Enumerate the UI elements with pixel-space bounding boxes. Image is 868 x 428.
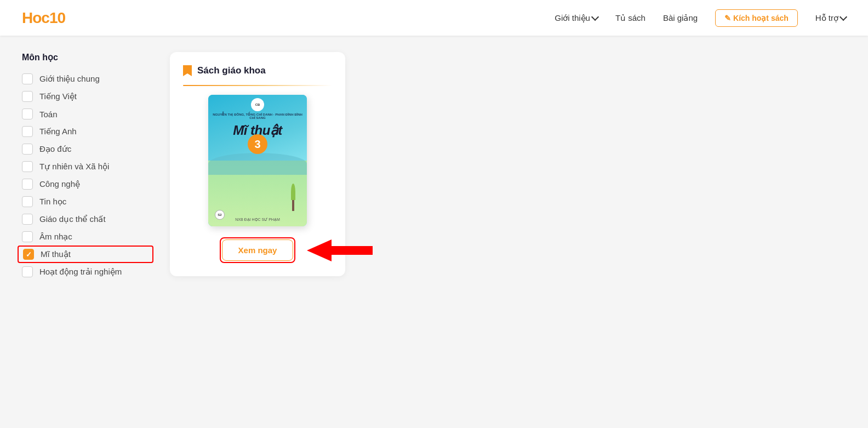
view-now-button[interactable]: Xem ngay [222, 239, 293, 261]
bookmark-icon [183, 65, 192, 76]
filter-item-congnge[interactable]: Công nghệ [22, 175, 153, 193]
arrow-annotation [307, 239, 373, 261]
checkbox-daoduc[interactable] [22, 144, 33, 155]
logo-number: 10 [49, 9, 65, 26]
chevron-down-icon [840, 13, 847, 21]
filter-label: Mĩ thuật [41, 249, 71, 259]
book-card: Sách giáo khoa CB NGUYỄN THỊ ĐÔNG, TỐNG … [170, 52, 345, 276]
filter-item-toan[interactable]: Toán [22, 105, 153, 123]
filter-label: Đạo đức [39, 144, 71, 154]
card-header: Sách giáo khoa [183, 65, 332, 76]
book-authors: NGUYỄN THỊ ĐÔNG, TỐNG CHÍ DANH · PHAN ĐÌ… [210, 112, 305, 119]
nav-item-hotro[interactable]: Hỗ trợ [815, 13, 846, 23]
filter-item-mithuat[interactable]: Mĩ thuật [18, 246, 153, 263]
card-divider [183, 85, 332, 86]
checkbox-tinhoc[interactable] [22, 196, 33, 207]
checkbox-hoatdong[interactable] [22, 266, 33, 277]
checkbox-gioithieuchung[interactable] [22, 73, 33, 84]
sidebar-title: Môn học [22, 52, 153, 62]
filter-label: Giới thiệu chung [39, 74, 100, 84]
checkbox-tunhien[interactable] [22, 161, 33, 172]
filter-label: Hoạt động trải nghiệm [39, 267, 122, 277]
filter-item-daoduc[interactable]: Đạo đức [22, 140, 153, 158]
book-number-badge: 3 [248, 134, 267, 154]
svg-marker-0 [307, 239, 373, 261]
s2-badge: S2 [215, 210, 225, 220]
checkbox-amnhac[interactable] [22, 231, 33, 242]
filter-label: Tiếng Anh [39, 127, 77, 136]
left-arrow-icon [307, 239, 373, 261]
nav-item-kichhoat[interactable]: ✎ Kích hoạt sách [715, 9, 798, 27]
wave-decor [208, 153, 307, 175]
filter-item-amnhac[interactable]: Âm nhạc [22, 228, 153, 246]
sidebar: Môn học Giới thiệu chung Tiếng Việt Toán… [22, 47, 153, 417]
filter-label: Tự nhiên và Xã hội [39, 162, 109, 172]
checkbox-tiengviet[interactable] [22, 91, 33, 102]
tree-decor [285, 184, 301, 211]
checkbox-tienganh[interactable] [22, 126, 33, 137]
main-layout: Môn học Giới thiệu chung Tiếng Việt Toán… [0, 36, 868, 428]
filter-item-hoatdong[interactable]: Hoạt động trải nghiệm [22, 263, 153, 281]
checkbox-gdthechat[interactable] [22, 214, 33, 225]
filter-item-tinhoc[interactable]: Tin học [22, 193, 153, 210]
filter-label: Tiếng Việt [39, 92, 77, 101]
main-nav: Giới thiệu Tủ sách Bài giảng ✎ Kích hoạt… [555, 9, 846, 27]
header: Hoc10 Giới thiệu Tủ sách Bài giảng ✎ Kíc… [0, 0, 868, 36]
logo[interactable]: Hoc10 [22, 9, 65, 27]
filter-label: Công nghệ [39, 179, 80, 189]
filter-label: Giáo dục thể chất [39, 214, 106, 224]
nav-item-baigiang[interactable]: Bài giảng [663, 13, 698, 23]
card-title: Sách giáo khoa [197, 65, 266, 76]
filter-item-tunhien[interactable]: Tự nhiên và Xã hội [22, 158, 153, 175]
filter-label: Âm nhạc [39, 232, 72, 242]
nav-item-tusach[interactable]: Tủ sách [615, 13, 646, 23]
checkbox-toan[interactable] [22, 109, 33, 119]
book-cover: CB NGUYỄN THỊ ĐÔNG, TỐNG CHÍ DANH · PHAN… [208, 95, 307, 226]
book-cover-inner: CB NGUYỄN THỊ ĐÔNG, TỐNG CHÍ DANH · PHAN… [208, 95, 307, 226]
logo-text: Hoc [22, 9, 49, 26]
nav-item-gioithieu[interactable]: Giới thiệu [555, 13, 598, 23]
filter-item-gdthechat[interactable]: Giáo dục thể chất [22, 210, 153, 228]
filter-item-gioithieuchung[interactable]: Giới thiệu chung [22, 70, 153, 88]
checkbox-congnge[interactable] [22, 179, 33, 190]
view-btn-container: Xem ngay [183, 237, 332, 263]
chevron-down-icon [591, 13, 599, 21]
view-button-highlight: Xem ngay [220, 237, 295, 263]
content-area: Sách giáo khoa CB NGUYỄN THỊ ĐÔNG, TỐNG … [170, 47, 846, 417]
filter-label: Tin học [39, 197, 66, 207]
book-publisher-text: NXB ĐẠI HỌC SƯ PHẠM [235, 218, 280, 222]
publisher-logo: CB [251, 98, 264, 111]
filter-label: Toán [39, 110, 58, 119]
filter-item-tiengviet[interactable]: Tiếng Việt [22, 88, 153, 105]
checkbox-mithuat[interactable] [23, 249, 34, 260]
filter-item-tienganh[interactable]: Tiếng Anh [22, 123, 153, 140]
